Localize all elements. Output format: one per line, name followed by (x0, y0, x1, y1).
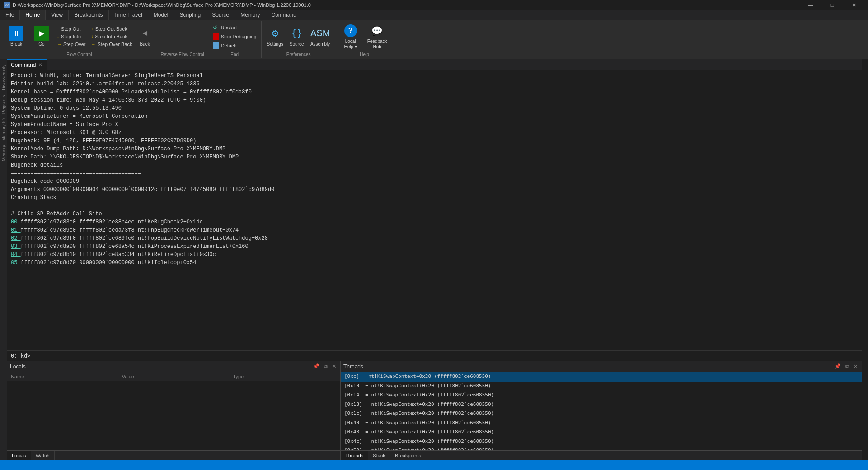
command-tab[interactable]: Command ✕ (7, 59, 47, 70)
output-line: 01 fffff802`c97d89c0 fffff802`ceda73f8 n… (11, 226, 858, 234)
locals-close-button[interactable]: ✕ (331, 363, 338, 370)
go-button[interactable]: ▶ Go (30, 22, 53, 51)
threads-float-button[interactable]: ⧉ (844, 363, 850, 370)
step-over-button[interactable]: → Step Over (55, 41, 88, 48)
detach-icon (213, 42, 219, 49)
step-into-back-button[interactable]: ↓ Step Into Back (89, 33, 134, 40)
tab-source[interactable]: Source (206, 10, 235, 20)
command-input-bar: 0: kd> (7, 350, 862, 361)
command-tab-label: Command (11, 62, 36, 68)
step-over-back-label: Step Over Back (98, 42, 132, 47)
tab-model[interactable]: Model (148, 10, 174, 20)
sidebar-item-memory[interactable]: Memory (0, 143, 7, 163)
stack-link-00[interactable]: 00 (11, 219, 21, 225)
tab-time-travel[interactable]: Time Travel (109, 10, 148, 20)
command-output[interactable]: Product: WinNt, suite: TerminalServer Si… (7, 70, 862, 350)
step-out-button[interactable]: ↑ Step Out (55, 25, 88, 33)
thread-item[interactable]: [0xc] = nt!KiSwapContext+0x20 (fffff802`… (341, 372, 862, 382)
stack-link-05[interactable]: 05 (11, 260, 21, 266)
settings-button[interactable]: ⚙ Settings (265, 22, 285, 51)
output-line: System Uptime: 0 days 12:55:13.490 (11, 104, 858, 112)
tab-home[interactable]: Home (20, 10, 46, 20)
threads-panel-title: Threads (343, 363, 363, 370)
command-input[interactable] (31, 353, 858, 359)
sidebar-item-disassembly[interactable]: Disassembly (0, 63, 7, 92)
minimize-button[interactable]: — (800, 0, 821, 10)
output-line: Kernel base = 0xfffff802`ce400000 PsLoad… (11, 88, 858, 96)
settings-label: Settings (267, 42, 283, 47)
locals-float-button[interactable]: ⧉ (323, 363, 329, 370)
ribbon: File Home View Breakpoints Time Travel M… (0, 10, 868, 59)
local-help-button[interactable]: ? LocalHelp ▾ (339, 22, 362, 51)
locals-tab-bar: Locals Watch (7, 450, 340, 460)
bottom-panels: Locals 📌 ⧉ ✕ Name Value Type (7, 361, 862, 460)
step-into-back-label: Step Into Back (95, 34, 128, 39)
stack-link-01[interactable]: 01 (11, 227, 21, 233)
output-line: SystemProductName = Surface Pro X (11, 121, 858, 129)
main-scrollbar[interactable] (862, 59, 868, 460)
command-tab-close[interactable]: ✕ (38, 62, 43, 67)
close-button[interactable]: ✕ (844, 0, 864, 10)
threads-pin-button[interactable]: 📌 (833, 363, 842, 370)
step-out-back-button[interactable]: ↑ Step Out Back (89, 25, 134, 33)
step-into-label: Step Into (61, 34, 81, 39)
sidebar-item-registers[interactable]: Registers (0, 93, 7, 116)
tab-command[interactable]: Command (266, 10, 302, 20)
step-out-back-icon: ↑ (91, 26, 94, 31)
stop-debugging-icon (213, 33, 219, 40)
locals-panel-header: Locals 📌 ⧉ ✕ (7, 361, 340, 372)
left-panel: Disassembly Registers Memory IO Memory (0, 59, 7, 460)
source-button[interactable]: { } Source (287, 22, 307, 51)
tab-view[interactable]: View (46, 10, 69, 20)
thread-item[interactable]: [0x18] = nt!KiSwapContext+0x20 (fffff802… (341, 400, 862, 410)
watch-tab[interactable]: Watch (31, 451, 55, 460)
restart-icon: ↺ (213, 24, 219, 31)
breakpoints-tab[interactable]: Breakpoints (390, 451, 426, 460)
thread-item[interactable]: [0x4c] = nt!KiSwapContext+0x20 (fffff802… (341, 437, 862, 447)
break-icon: ⏸ (9, 26, 23, 41)
stack-link-03[interactable]: 03 (11, 243, 21, 250)
thread-item[interactable]: [0x50] = nt!KiSwapContext+0x20 (fffff802… (341, 446, 862, 450)
workspace: Disassembly Registers Memory IO Memory C… (0, 59, 868, 460)
break-button[interactable]: ⏸ Break (5, 22, 28, 51)
assembly-button[interactable]: ASM Assembly (309, 22, 332, 51)
tab-memory[interactable]: Memory (235, 10, 266, 20)
ribbon-content: ⏸ Break ▶ Go ↑ Step Out (0, 20, 868, 59)
threads-content[interactable]: [0xc] = nt!KiSwapContext+0x20 (fffff802`… (341, 372, 862, 450)
output-line: Processor: Microsoft SQ1 @ 3.0 GHz (11, 129, 858, 137)
thread-item[interactable]: [0x40] = nt!KiSwapContext+0x20 (ffff802`… (341, 419, 862, 428)
go-icon: ▶ (34, 26, 49, 41)
threads-close-button[interactable]: ✕ (852, 363, 859, 370)
break-label: Break (10, 42, 22, 47)
stack-tab[interactable]: Stack (368, 451, 390, 460)
maximize-button[interactable]: □ (822, 0, 843, 10)
step-into-button[interactable]: ↓ Step Into (55, 33, 88, 40)
stop-debugging-button[interactable]: Stop Debugging (211, 33, 258, 41)
thread-item[interactable]: [0x10] = nt!KiSwapContext+0x20 (ffff802`… (341, 382, 862, 391)
stack-link-02[interactable]: 02 (11, 235, 21, 242)
main-area: Disassembly Registers Memory IO Memory C… (0, 59, 868, 460)
back-button[interactable]: ◄ Back (136, 22, 154, 51)
tab-breakpoints[interactable]: Breakpoints (69, 10, 108, 20)
tab-file[interactable]: File (0, 10, 20, 20)
tab-scripting[interactable]: Scripting (174, 10, 206, 20)
locals-tab[interactable]: Locals (7, 451, 31, 460)
preferences-group: ⚙ Settings { } Source ASM Assembly Prefe… (263, 21, 335, 58)
output-line: 03 fffff802`c97d8a00 fffff802`ce68a54c n… (11, 242, 858, 251)
window-title: D:\Workspace\WinDbg\Surface Pro X\MEMORY… (13, 2, 311, 8)
locals-pin-button[interactable]: 📌 (312, 363, 321, 370)
locals-content[interactable] (7, 381, 340, 450)
ribbon-tab-bar: File Home View Breakpoints Time Travel M… (0, 10, 868, 20)
thread-item[interactable]: [0x48] = nt!KiSwapContext+0x20 (fffff802… (341, 428, 862, 437)
feedback-hub-label: Feedback Hub (365, 39, 389, 50)
step-over-back-button[interactable]: → Step Over Back (89, 41, 134, 48)
stack-link-04[interactable]: 04 (11, 251, 21, 258)
threads-tab[interactable]: Threads (341, 451, 368, 460)
detach-button[interactable]: Detach (211, 42, 239, 50)
feedback-hub-button[interactable]: 💬 Feedback Hub (364, 22, 390, 51)
sidebar-item-memory-io[interactable]: Memory IO (0, 116, 7, 142)
thread-item[interactable]: [0x1c] = nt!KiSwapContext+0x20 (fffff802… (341, 409, 862, 419)
thread-item[interactable]: [0x14] = nt!KiSwapContext+0x20 (fffff802… (341, 391, 862, 400)
locals-col-name: Name (7, 374, 118, 379)
restart-button[interactable]: ↺ Restart (211, 23, 239, 32)
